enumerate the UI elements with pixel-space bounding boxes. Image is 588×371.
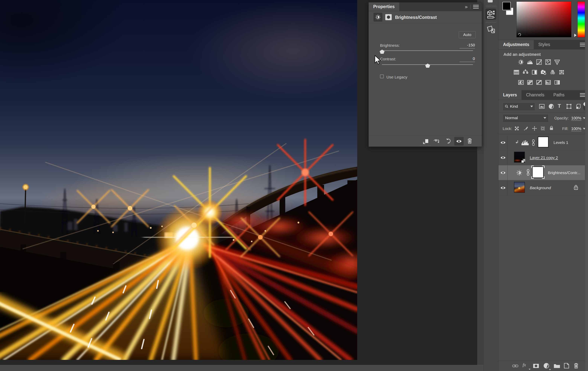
auto-button[interactable]: Auto — [459, 31, 476, 38]
visibility-toggle[interactable] — [499, 165, 508, 180]
hue-saturation-icon[interactable] — [513, 69, 520, 76]
lock-paint-icon[interactable] — [523, 126, 528, 131]
panel-menu-icon[interactable] — [473, 5, 479, 9]
clone-source-panel-icon[interactable] — [486, 25, 496, 35]
eye-icon — [456, 139, 462, 143]
lock-icon — [574, 185, 578, 190]
chevron-down-icon — [544, 117, 546, 119]
layer-mask-thumbnail[interactable] — [538, 137, 549, 147]
adjustment-layer-filter-icon[interactable] — [548, 103, 554, 109]
panel-scroll-strip[interactable] — [585, 0, 588, 371]
clipped-panel-icon[interactable] — [488, 0, 493, 2]
eye-icon — [500, 171, 506, 175]
layer-name[interactable]: Layer 21 copy 2 — [530, 155, 558, 160]
posterize-icon[interactable] — [526, 79, 534, 86]
color-balance-icon[interactable] — [522, 69, 529, 76]
fill-label: Fill: — [562, 126, 568, 131]
lock-transparency-icon[interactable] — [514, 126, 519, 131]
visibility-eye-button[interactable] — [454, 137, 464, 146]
lock-artboard-icon[interactable] — [540, 126, 545, 131]
layer-thumbnail[interactable] — [514, 152, 525, 163]
brightness-value[interactable]: -150 — [460, 43, 475, 48]
vibrance-icon[interactable] — [554, 58, 561, 66]
dock-grip[interactable] — [486, 22, 496, 23]
visibility-toggle[interactable] — [499, 150, 508, 165]
layers-panel: Layers Channels Paths Kind T — [499, 90, 588, 371]
layer-mask-thumbnail-selected[interactable] — [532, 166, 544, 178]
brightness-slider-track[interactable] — [382, 50, 473, 51]
layer-row-brightness-contrast[interactable]: Brightness/Contr... — [499, 165, 585, 180]
reset-icon[interactable] — [445, 138, 451, 144]
panel-resize-grip[interactable] — [420, 145, 431, 146]
panel-menu-icon[interactable] — [580, 93, 586, 97]
delete-layer-icon[interactable] — [574, 362, 579, 369]
photo-filter-icon[interactable] — [540, 69, 547, 76]
smart-object-filter-icon[interactable] — [575, 103, 581, 109]
exposure-icon[interactable] — [545, 58, 552, 66]
visibility-toggle[interactable] — [499, 180, 508, 196]
layer-style-fx-icon[interactable]: fx — [523, 362, 526, 367]
lock-position-icon[interactable] — [532, 126, 537, 131]
contrast-value[interactable]: 0 — [460, 56, 475, 62]
shape-layer-filter-icon[interactable] — [566, 103, 572, 109]
layer-row-levels-1[interactable]: Levels 1 — [499, 135, 585, 150]
eye-icon — [500, 186, 506, 190]
layer-row-background[interactable]: Background — [499, 180, 585, 196]
levels-icon[interactable] — [526, 58, 534, 66]
clipping-mask-arrow-icon — [515, 140, 519, 145]
visibility-toggle[interactable] — [499, 135, 508, 150]
mouse-cursor — [374, 55, 382, 65]
toggle-last-state-icon[interactable] — [433, 138, 441, 144]
3d-panel-icon[interactable] — [485, 9, 496, 20]
link-layers-icon[interactable] — [512, 363, 518, 368]
tab-properties[interactable]: Properties — [369, 2, 399, 11]
hue-slider[interactable] — [578, 1, 585, 37]
black-white-icon[interactable] — [531, 69, 538, 76]
tab-adjustments[interactable]: Adjustments — [499, 40, 534, 49]
channel-mixer-icon[interactable] — [549, 69, 556, 76]
new-group-icon[interactable] — [554, 363, 560, 368]
tab-layers[interactable]: Layers — [499, 90, 522, 100]
add-adjustment-heading: Add an adjustment — [504, 52, 541, 57]
blend-mode-dropdown[interactable]: Normal — [503, 114, 549, 122]
pixel-layer-filter-icon[interactable] — [539, 103, 545, 109]
selective-color-icon[interactable] — [545, 79, 552, 86]
lock-all-icon[interactable] — [549, 126, 554, 131]
collapse-panel-icon[interactable]: » — [465, 4, 468, 9]
layer-name[interactable]: Levels 1 — [554, 140, 568, 145]
color-lookup-icon[interactable] — [558, 69, 565, 76]
threshold-icon[interactable] — [536, 79, 543, 86]
type-layer-filter-icon[interactable]: T — [558, 103, 561, 109]
use-legacy-checkbox[interactable] — [380, 75, 384, 78]
search-icon — [505, 105, 508, 108]
clip-to-layer-icon[interactable] — [423, 138, 429, 144]
panel-menu-icon[interactable] — [580, 43, 586, 46]
tab-paths[interactable]: Paths — [549, 90, 569, 100]
layer-thumbnail[interactable] — [514, 182, 525, 193]
gradient-map-icon[interactable] — [554, 79, 561, 86]
foreground-color-swatch[interactable] — [503, 2, 511, 10]
saturation-brightness-field[interactable] — [516, 1, 571, 37]
new-layer-icon[interactable] — [564, 363, 569, 369]
add-mask-icon[interactable] — [533, 363, 539, 369]
fill-value[interactable]: 100% — [571, 126, 581, 131]
canvas-image[interactable] — [0, 0, 357, 360]
layer-filter-kind-dropdown[interactable]: Kind — [503, 103, 535, 110]
delete-trash-icon[interactable] — [467, 138, 472, 144]
brightness-contrast-icon[interactable] — [517, 58, 525, 66]
divider — [470, 5, 471, 9]
invert-icon[interactable] — [517, 79, 525, 86]
layer-row-layer-21-copy-2[interactable]: Layer 21 copy 2 — [499, 150, 585, 165]
chevron-down-icon — [530, 106, 533, 107]
dock-grip[interactable] — [486, 6, 496, 7]
tab-styles[interactable]: Styles — [534, 40, 555, 49]
layer-name[interactable]: Brightness/Contr... — [548, 171, 580, 175]
tab-channels[interactable]: Channels — [522, 90, 549, 100]
opacity-label: Opacity: — [554, 116, 569, 120]
new-adjustment-layer-icon[interactable] — [543, 363, 549, 369]
mask-link-icon — [532, 139, 535, 146]
opacity-value[interactable]: 100% — [571, 116, 581, 121]
curves-icon[interactable] — [536, 58, 543, 66]
hue-slider-marker[interactable] — [574, 33, 577, 37]
layer-name[interactable]: Background — [530, 186, 551, 190]
